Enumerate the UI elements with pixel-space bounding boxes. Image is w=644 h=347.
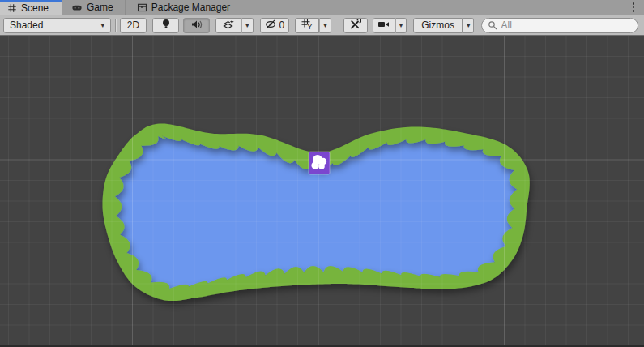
tab-game[interactable]: Game xyxy=(62,0,126,15)
camera-dropdown-chevron[interactable]: ▾ xyxy=(395,18,407,33)
tools-button[interactable] xyxy=(343,18,368,33)
hidden-objects-button[interactable]: 0 xyxy=(260,18,290,33)
lightbulb-icon xyxy=(160,18,172,32)
chevron-down-icon: ▾ xyxy=(399,22,403,29)
chevron-down-icon: ▾ xyxy=(323,22,327,29)
camera-icon xyxy=(377,19,390,32)
sprite-shape-cloud-icon[interactable] xyxy=(309,152,330,174)
effects-toggle-button[interactable] xyxy=(215,18,241,33)
draw-mode-dropdown[interactable]: Shaded ▾ xyxy=(3,18,111,33)
grid-visibility-button[interactable]: Y xyxy=(295,18,319,33)
2d-label: 2D xyxy=(127,19,139,31)
scene-viewport[interactable] xyxy=(0,36,644,347)
effects-sparkle-icon xyxy=(222,19,235,32)
package-icon xyxy=(137,2,147,12)
unity-scene-window: Scene Game Package Manager Shaded ▾ 2D xyxy=(0,0,644,347)
scene-search-field[interactable] xyxy=(481,18,638,33)
tab-label: Game xyxy=(87,2,113,13)
tab-label: Package Manager xyxy=(151,2,230,13)
gizmos-label: Gizmos xyxy=(421,19,454,31)
lighting-toggle-button[interactable] xyxy=(152,18,179,33)
chevron-down-icon: ▾ xyxy=(467,22,471,29)
speaker-icon xyxy=(190,19,203,32)
tab-bar: Scene Game Package Manager xyxy=(0,0,644,15)
camera-button[interactable] xyxy=(373,18,395,33)
gamepad-icon xyxy=(71,2,83,12)
hidden-count: 0 xyxy=(279,19,285,31)
grid-axis-label: Y xyxy=(308,23,313,30)
toolbar-separator xyxy=(115,19,116,32)
eye-off-icon xyxy=(265,19,278,32)
grid-icon xyxy=(7,3,17,13)
scene-toolbar: Shaded ▾ 2D ▾ xyxy=(0,15,644,36)
chevron-down-icon: ▾ xyxy=(245,22,249,29)
draw-mode-label: Shaded xyxy=(10,19,43,31)
gizmos-dropdown-chevron[interactable]: ▾ xyxy=(463,18,475,33)
audio-toggle-button[interactable] xyxy=(183,18,210,33)
gizmos-dropdown[interactable]: Gizmos xyxy=(413,18,463,33)
tab-label: Scene xyxy=(21,2,49,14)
search-icon xyxy=(488,20,497,30)
scene-canvas[interactable] xyxy=(0,36,644,347)
grid-dropdown-chevron[interactable]: ▾ xyxy=(319,18,331,33)
wrench-icon xyxy=(349,19,361,32)
chevron-down-icon: ▾ xyxy=(100,22,104,29)
search-input[interactable] xyxy=(501,19,632,31)
grid-axis-icon: Y xyxy=(301,18,313,32)
2d-toggle-button[interactable]: 2D xyxy=(120,18,147,33)
tab-scene[interactable]: Scene xyxy=(0,0,62,15)
effects-dropdown-chevron[interactable]: ▾ xyxy=(241,18,254,33)
tab-package-manager[interactable]: Package Manager xyxy=(126,0,239,15)
kebab-menu-icon[interactable] xyxy=(626,0,641,15)
